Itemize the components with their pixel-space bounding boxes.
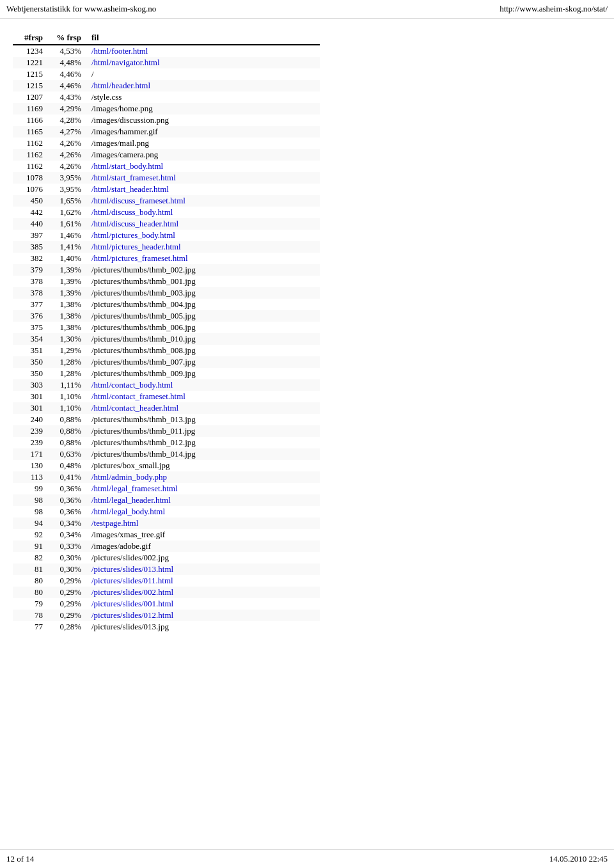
cell-pct: 1,39% [48,287,86,299]
cell-pct: 3,95% [48,172,86,184]
cell-fil[interactable]: /html/discuss_header.html [86,218,320,230]
file-link[interactable]: /html/footer.html [91,46,148,56]
table-row: 3791,39%/pictures/thumbs/thmb_002.jpg [13,264,320,276]
file-link[interactable]: /html/discuss_header.html [91,219,178,228]
cell-frsp: 240 [13,414,48,425]
cell-fil[interactable]: /html/pictures_body.html [86,230,320,241]
table-row: 3501,28%/pictures/thumbs/thmb_009.jpg [13,368,320,379]
file-link[interactable]: /html/discuss_frameset.html [91,196,185,205]
file-link[interactable]: /testpage.html [91,518,138,528]
cell-fil[interactable]: /html/legal_header.html [86,494,320,506]
cell-pct: 0,88% [48,437,86,448]
col-header-fil: fil [86,31,320,45]
cell-fil[interactable]: /html/pictures_frameset.html [86,253,320,264]
site-title: Webtjenerstatistikk for www.asheim-skog.… [6,4,156,14]
table-row: 12344,53%/html/footer.html [13,45,320,57]
table-row: 3011,10%/html/contact_header.html [13,402,320,414]
file-link[interactable]: /html/pictures_body.html [91,230,175,240]
table-row: 3771,38%/pictures/thumbs/thmb_004.jpg [13,299,320,310]
file-link[interactable]: /pictures/slides/013.html [91,564,173,574]
cell-pct: 4,43% [48,91,86,103]
cell-frsp: 1166 [13,114,48,126]
file-link[interactable]: /pictures/slides/011.html [91,576,173,585]
file-link[interactable]: /html/contact_body.html [91,380,173,390]
cell-fil[interactable]: /html/navigator.html [86,57,320,68]
file-link[interactable]: /html/legal_header.html [91,495,171,505]
cell-fil[interactable]: /html/contact_body.html [86,379,320,391]
cell-pct: 4,26% [48,149,86,161]
cell-frsp: 397 [13,230,48,241]
cell-fil[interactable]: /html/header.html [86,80,320,91]
cell-frsp: 130 [13,460,48,471]
cell-fil: /pictures/thumbs/thmb_007.jpg [86,356,320,368]
cell-fil: /images/home.png [86,103,320,114]
cell-fil[interactable]: /html/discuss_body.html [86,207,320,218]
cell-frsp: 442 [13,207,48,218]
table-row: 3781,39%/pictures/thumbs/thmb_001.jpg [13,276,320,287]
table-row: 780,29%/pictures/slides/012.html [13,610,320,621]
cell-frsp: 77 [13,621,48,633]
file-link[interactable]: /html/admin_body.php [91,472,167,482]
cell-pct: 1,40% [48,253,86,264]
table-row: 800,29%/pictures/slides/011.html [13,575,320,587]
cell-frsp: 1165 [13,126,48,138]
cell-fil[interactable]: /html/contact_header.html [86,402,320,414]
cell-frsp: 350 [13,368,48,379]
file-link[interactable]: /html/header.html [91,81,150,90]
cell-frsp: 1234 [13,45,48,57]
cell-fil[interactable]: /pictures/slides/001.html [86,598,320,610]
table-row: 3751,38%/pictures/thumbs/thmb_006.jpg [13,322,320,333]
file-link[interactable]: /html/start_header.html [91,184,169,194]
file-link[interactable]: /html/start_body.html [91,161,163,171]
file-link[interactable]: /pictures/slides/001.html [91,599,173,608]
file-link[interactable]: /html/pictures_frameset.html [91,253,188,263]
cell-fil[interactable]: /pictures/slides/011.html [86,575,320,587]
cell-frsp: 78 [13,610,48,621]
file-link[interactable]: /html/legal_frameset.html [91,484,178,493]
cell-fil: /pictures/thumbs/thmb_010.jpg [86,333,320,345]
cell-fil[interactable]: /html/legal_frameset.html [86,483,320,494]
cell-fil[interactable]: /html/start_frameset.html [86,172,320,184]
cell-pct: 1,41% [48,241,86,253]
cell-pct: 0,33% [48,541,86,552]
cell-fil[interactable]: /html/contact_frameset.html [86,391,320,402]
cell-frsp: 1207 [13,91,48,103]
file-link[interactable]: /html/legal_body.html [91,507,165,516]
cell-fil[interactable]: /pictures/slides/013.html [86,564,320,575]
cell-frsp: 82 [13,552,48,564]
file-link[interactable]: /pictures/slides/002.html [91,587,173,597]
table-row: 980,36%/html/legal_body.html [13,506,320,517]
cell-frsp: 1221 [13,57,48,68]
cell-pct: 0,28% [48,621,86,633]
file-link[interactable]: /html/pictures_header.html [91,242,181,251]
cell-fil[interactable]: /html/start_header.html [86,184,320,195]
file-link[interactable]: /html/start_frameset.html [91,173,176,182]
table-row: 3851,41%/html/pictures_header.html [13,241,320,253]
cell-fil[interactable]: /html/footer.html [86,45,320,57]
cell-fil: /pictures/thumbs/thmb_001.jpg [86,276,320,287]
cell-fil[interactable]: /html/start_body.html [86,161,320,172]
cell-fil[interactable]: /html/legal_body.html [86,506,320,517]
cell-fil[interactable]: /pictures/slides/002.html [86,587,320,598]
site-url: http://www.asheim-skog.no/stat/ [500,4,608,14]
cell-fil[interactable]: /pictures/slides/012.html [86,610,320,621]
file-link[interactable]: /html/navigator.html [91,58,160,67]
cell-pct: 1,38% [48,299,86,310]
cell-pct: 1,11% [48,379,86,391]
cell-frsp: 377 [13,299,48,310]
cell-frsp: 80 [13,575,48,587]
file-link[interactable]: /html/contact_frameset.html [91,391,185,401]
cell-pct: 1,38% [48,322,86,333]
file-link[interactable]: /html/discuss_body.html [91,207,173,217]
cell-fil: /images/adobe.gif [86,541,320,552]
cell-fil[interactable]: /testpage.html [86,517,320,529]
cell-fil[interactable]: /html/discuss_frameset.html [86,195,320,207]
cell-fil[interactable]: /html/pictures_header.html [86,241,320,253]
cell-frsp: 382 [13,253,48,264]
file-link[interactable]: /pictures/slides/012.html [91,610,173,620]
file-link[interactable]: /html/contact_header.html [91,403,178,413]
cell-pct: 4,46% [48,80,86,91]
cell-fil[interactable]: /html/admin_body.php [86,471,320,483]
cell-frsp: 1078 [13,172,48,184]
cell-pct: 4,27% [48,126,86,138]
